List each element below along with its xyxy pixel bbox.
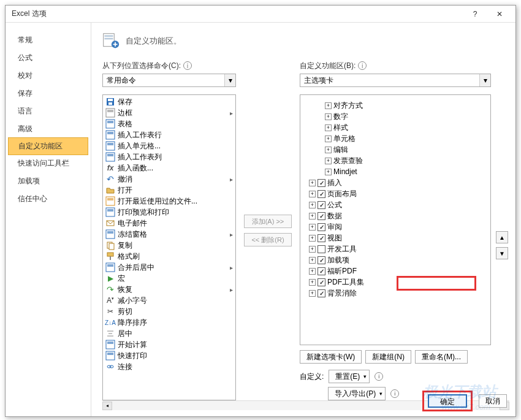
checkbox[interactable] — [318, 245, 325, 253]
tree-tab-item[interactable]: +福昕PDF — [304, 265, 487, 277]
command-item[interactable]: 连接 — [104, 361, 234, 372]
command-item[interactable]: 开始计算 — [104, 339, 234, 350]
tree-group-item[interactable]: +编辑 — [304, 144, 487, 155]
checkbox[interactable] — [318, 223, 325, 231]
checkbox[interactable] — [318, 289, 325, 297]
scroll-left-icon[interactable]: ◂ — [102, 402, 112, 410]
command-item[interactable]: 打印预览和打印 — [104, 207, 234, 218]
tree-group-item[interactable]: +样式 — [304, 122, 487, 133]
command-item[interactable]: 插入单元格... — [104, 140, 234, 151]
command-item[interactable]: 打开最近使用过的文件... — [104, 196, 234, 207]
expand-icon[interactable]: + — [309, 191, 316, 197]
expand-icon[interactable]: + — [325, 147, 332, 153]
close-button[interactable]: ✕ — [487, 6, 512, 23]
command-item[interactable]: 居中 — [104, 328, 234, 339]
checkbox[interactable] — [318, 267, 325, 275]
tree-group-item[interactable]: +单元格 — [304, 133, 487, 144]
tree-tab-item[interactable]: +开发工具 — [304, 243, 487, 254]
info-icon[interactable]: i — [375, 372, 383, 381]
info-icon[interactable]: i — [390, 389, 399, 398]
cancel-button[interactable]: 取消 — [479, 394, 507, 408]
command-item[interactable]: 快速打印 — [104, 350, 234, 361]
command-item[interactable]: 冻结窗格▸ — [104, 229, 234, 240]
command-item[interactable]: 格式刷 — [104, 251, 234, 262]
add-button[interactable]: 添加(A) >> — [244, 215, 292, 228]
checkbox[interactable] — [318, 234, 325, 242]
expand-icon[interactable]: + — [309, 213, 316, 220]
expand-icon[interactable]: + — [325, 102, 332, 109]
sidebar-item[interactable]: 高级 — [6, 120, 91, 138]
command-item[interactable]: 打开 — [104, 185, 234, 196]
sidebar-item[interactable]: 保存 — [6, 85, 91, 102]
expand-icon[interactable]: + — [325, 124, 332, 131]
expand-icon[interactable]: + — [309, 257, 316, 264]
command-item[interactable]: 合并后居中▸ — [104, 262, 234, 273]
move-down-button[interactable]: ▼ — [496, 247, 508, 259]
checkbox[interactable] — [318, 278, 325, 286]
tree-group-item[interactable]: +对齐方式 — [304, 100, 487, 111]
expand-icon[interactable]: + — [309, 279, 316, 286]
expand-icon[interactable]: + — [309, 224, 316, 231]
command-item[interactable]: ▶宏 — [104, 273, 234, 284]
expand-icon[interactable]: + — [325, 169, 332, 175]
info-icon[interactable]: i — [358, 61, 367, 70]
command-item[interactable]: 插入工作表行 — [104, 129, 234, 140]
tree-group-item[interactable]: +数字 — [304, 111, 487, 122]
tree-tab-item[interactable]: +公式 — [304, 199, 487, 210]
command-item[interactable]: 插入工作表列 — [104, 151, 234, 162]
command-item[interactable]: 边框▸ — [104, 107, 234, 118]
checkbox[interactable] — [318, 256, 325, 264]
command-item[interactable]: Z↓A降序排序 — [104, 317, 234, 328]
sidebar-item[interactable]: 语言 — [6, 102, 91, 120]
expand-icon[interactable]: + — [309, 202, 316, 208]
sidebar-item[interactable]: 快速访问工具栏 — [6, 155, 91, 172]
sidebar-item[interactable]: 信任中心 — [6, 190, 91, 208]
sidebar-item[interactable]: 公式 — [6, 49, 91, 67]
import-export-button[interactable]: 导入/导出(P) — [328, 387, 386, 400]
expand-icon[interactable]: + — [309, 180, 316, 186]
tree-tab-item[interactable]: +视图 — [304, 232, 487, 243]
expand-icon[interactable]: + — [309, 246, 316, 253]
tree-tab-item[interactable]: +插入 — [304, 177, 487, 188]
tree-tab-item[interactable]: +页面布局 — [304, 188, 487, 199]
sidebar-item[interactable]: 加载项 — [6, 172, 91, 190]
checkbox[interactable] — [318, 190, 325, 198]
checkbox[interactable] — [318, 179, 325, 187]
remove-button[interactable]: << 删除(R) — [244, 233, 292, 246]
tree-tab-item[interactable]: +数据 — [304, 210, 487, 221]
new-group-button[interactable]: 新建组(N) — [365, 350, 411, 364]
command-item[interactable]: 复制 — [104, 240, 234, 251]
checkbox[interactable] — [318, 212, 325, 220]
command-item[interactable]: 保存 — [104, 96, 234, 107]
tree-tab-item[interactable]: +加载项 — [304, 254, 487, 265]
tree-group-item[interactable]: +Mindjet — [304, 166, 487, 177]
ribbon-tree[interactable]: +对齐方式+数字+样式+单元格+编辑+发票查验+Mindjet+插入+页面布局+… — [300, 94, 491, 345]
command-item[interactable]: fx插入函数... — [104, 162, 234, 174]
sidebar-item[interactable]: 校对 — [6, 67, 91, 85]
help-button[interactable]: ? — [463, 6, 487, 23]
command-item[interactable]: A▾减小字号 — [104, 295, 234, 306]
move-up-button[interactable]: ▲ — [496, 231, 508, 243]
sidebar-item[interactable]: 自定义功能区 — [8, 137, 88, 155]
expand-icon[interactable]: + — [309, 235, 316, 242]
command-item[interactable]: ↷恢复▸ — [104, 284, 234, 295]
reset-button[interactable]: 重置(E) — [329, 370, 370, 383]
expand-icon[interactable]: + — [325, 113, 332, 120]
info-icon[interactable]: i — [183, 61, 192, 70]
expand-icon[interactable]: + — [309, 268, 316, 275]
tree-tab-item[interactable]: +背景消除 — [304, 288, 487, 299]
rename-button[interactable]: 重命名(M)... — [415, 350, 468, 364]
sidebar-item[interactable]: 常规 — [6, 31, 91, 49]
expand-icon[interactable]: + — [325, 158, 332, 164]
new-tab-button[interactable]: 新建选项卡(W) — [300, 350, 362, 364]
commands-listbox[interactable]: 保存边框▸表格插入工作表行插入单元格...插入工作表列fx插入函数...↶撤消▸… — [102, 94, 236, 400]
choose-from-dropdown[interactable]: 常用命令 ▾ — [102, 74, 236, 87]
command-item[interactable]: ↶撤消▸ — [104, 174, 234, 185]
ribbon-tabs-dropdown[interactable]: 主选项卡 ▾ — [300, 74, 491, 87]
tree-tab-item[interactable]: +审阅 — [304, 221, 487, 232]
ok-button[interactable]: 确定 — [428, 394, 467, 408]
command-item[interactable]: 电子邮件 — [104, 218, 234, 229]
checkbox[interactable] — [318, 201, 325, 209]
expand-icon[interactable]: + — [309, 290, 316, 297]
expand-icon[interactable]: + — [325, 136, 332, 142]
